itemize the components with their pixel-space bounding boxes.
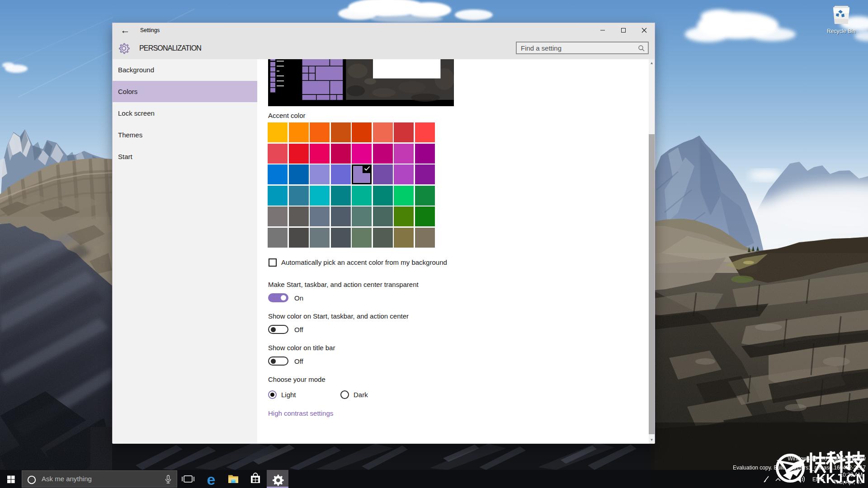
svg-text:Recycle Bin: Recycle Bin — [827, 28, 855, 34]
svg-text:e: e — [207, 471, 216, 488]
svg-text:KKJ.CN: KKJ.CN — [816, 471, 865, 486]
